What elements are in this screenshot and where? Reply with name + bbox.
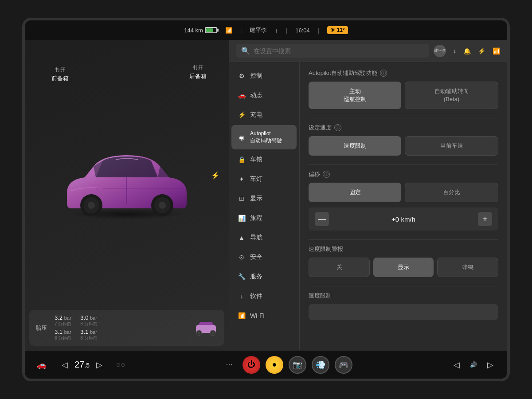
search-input[interactable]: [254, 47, 424, 55]
offset-title: 偏移 ⓘ: [309, 170, 498, 178]
autopilot-feature-buttons: 主动巡航控制 自动辅助转向(Beta): [309, 82, 498, 109]
media-button[interactable]: ●: [266, 356, 283, 374]
profile-name: 建平李: [250, 26, 267, 34]
notification-icon[interactable]: 🔔: [463, 47, 471, 55]
offset-info-icon[interactable]: ⓘ: [323, 171, 330, 178]
speed-control: — +0 km/h +: [309, 207, 498, 231]
offset-section: 偏移 ⓘ 固定 百分比 — +0 km/h +: [309, 170, 498, 231]
offset-percent-button[interactable]: 百分比: [405, 183, 498, 202]
taskbar: 🚗 ◁ 27.5 ▷ ⊙⊙ ··· ⏻ ● 📷 💨 🎮 ◁ 🔊: [25, 350, 507, 379]
trips-icon: 📊: [238, 214, 246, 222]
signal-icon: 📶: [225, 27, 232, 34]
nav-icon: ▲: [238, 234, 246, 242]
settings-content: ⚙ 控制 🚗 动态 ⚡ 充电 ◉ Autopilot自动辅助驾驶: [229, 62, 507, 350]
sidebar-item-display[interactable]: ⊡ 显示: [231, 189, 297, 208]
tire-pressures: 3.2 bar 7 分钟前 3.0 bar 8 分钟前 3.1 bar 8 分钟…: [55, 314, 190, 341]
sidebar-menu: ⚙ 控制 🚗 动态 ⚡ 充电 ◉ Autopilot自动辅助驾驶: [229, 62, 300, 350]
power-button[interactable]: ⏻: [243, 356, 260, 374]
tire-rr: 3.1 bar 8 分钟前: [80, 329, 97, 341]
range-display: 144 km: [184, 27, 217, 34]
svg-point-12: [198, 332, 200, 334]
temp-value: 27.5: [74, 360, 90, 370]
taskbar-left: 🚗 ◁ 27.5 ▷ ⊙⊙: [34, 357, 125, 373]
sidebar-item-wifi[interactable]: 📶 Wi-Fi: [231, 306, 297, 325]
download-icon: ↓: [275, 27, 278, 34]
bluetooth-icon[interactable]: ⚡: [478, 47, 485, 55]
more-apps-button[interactable]: ···: [221, 357, 237, 373]
sidebar-label-trips: 旅程: [250, 214, 262, 222]
sidebar-item-trips[interactable]: 📊 旅程: [231, 209, 297, 227]
nav-right-button[interactable]: ▷: [482, 357, 498, 373]
temp-control: ◁ 27.5 ▷: [57, 357, 107, 373]
autopilot-icon: ◉: [238, 133, 246, 141]
sidebar-label-service: 服务: [250, 273, 262, 281]
tire-pressure-section: 胎压 3.2 bar 7 分钟前 3.0 bar 8 分钟前: [29, 310, 224, 346]
camera-button[interactable]: 📷: [289, 356, 306, 374]
sidebar-item-nav[interactable]: ▲ 导航: [231, 228, 297, 247]
offset-decrease-button[interactable]: —: [315, 212, 329, 226]
car-area: 打开 前备箱 打开 后备箱 ⚡: [25, 40, 229, 310]
game-button[interactable]: 🎮: [335, 356, 352, 374]
cruise-control-button[interactable]: 主动巡航控制: [309, 82, 401, 109]
sidebar-label-wifi: Wi-Fi: [250, 312, 265, 319]
autopilot-feature-section: Autopilot自动辅助驾驶功能 ⓘ 主动巡航控制 自动辅助转向(Beta): [309, 69, 498, 109]
divider-3: [309, 239, 498, 240]
fan-button[interactable]: 💨: [312, 356, 329, 374]
speed-limit-title: 速度限制: [309, 292, 498, 300]
tire-row-front: 3.2 bar 7 分钟前 3.0 bar 8 分钟前: [55, 314, 190, 327]
sidebar-item-lights[interactable]: ✦ 车灯: [231, 170, 297, 188]
autosteer-button[interactable]: 自动辅助转向(Beta): [405, 82, 498, 109]
divider-1: [309, 118, 498, 118]
sidebar-item-service[interactable]: 🔧 服务: [231, 267, 297, 286]
sidebar-label-dynamics: 动态: [250, 91, 262, 99]
main-area: 打开 前备箱 打开 后备箱 ⚡: [25, 40, 507, 350]
tire-car-icon: [194, 320, 218, 336]
sidebar-item-dynamics[interactable]: 🚗 动态: [231, 86, 297, 105]
safety-icon: ⊙: [238, 253, 246, 261]
download-status-icon: ↓: [453, 47, 456, 55]
tire-pressure-label: 胎压: [35, 324, 51, 332]
search-input-area[interactable]: 🔍: [236, 44, 429, 58]
temp-right-arrow[interactable]: ▷: [91, 357, 107, 373]
alert-display-button[interactable]: 显示: [373, 258, 434, 277]
current-speed-button[interactable]: 当前车速: [405, 136, 498, 156]
autopilot-feature-title: Autopilot自动辅助驾驶功能 ⓘ: [309, 69, 498, 77]
sidebar-item-safety[interactable]: ⊙ 安全: [231, 248, 297, 266]
speed-limit-button[interactable]: 速度限制: [309, 136, 401, 156]
tire-row-rear: 3.1 bar 8 分钟前 3.1 bar 8 分钟前: [55, 329, 190, 341]
offset-increase-button[interactable]: +: [478, 212, 492, 226]
control-icon: ⚙: [238, 72, 246, 80]
speed-info-icon[interactable]: ⓘ: [334, 124, 341, 131]
rear-trunk-label: 打开 后备箱: [189, 64, 207, 80]
status-bar: 144 km 📶 | 建平李 ↓ | 16:04 | ☀ 11°: [25, 20, 507, 40]
sidebar-item-autopilot[interactable]: ◉ Autopilot自动辅助驾驶: [231, 125, 297, 149]
sidebar-item-charging[interactable]: ⚡ 充电: [231, 106, 297, 124]
speed-limit-slider[interactable]: [309, 304, 498, 320]
taskbar-center: ··· ⏻ ● 📷 💨 🎮: [221, 356, 352, 374]
speed-setting-section: 设定速度 ⓘ 速度限制 当前车速: [309, 124, 498, 156]
offset-fixed-button[interactable]: 固定: [309, 183, 401, 202]
temp-badge: ☀ 11°: [327, 26, 348, 34]
nav-left-button[interactable]: ◁: [449, 357, 465, 373]
alert-buttons: 关 显示 蜂鸣: [309, 258, 498, 277]
sidebar-item-software[interactable]: ↓ 软件: [231, 287, 297, 305]
autopilot-info-icon[interactable]: ⓘ: [380, 70, 387, 77]
user-avatar[interactable]: 建平李: [434, 45, 446, 57]
software-icon: ↓: [238, 292, 246, 300]
right-panel: 🔍 建平李 ↓ 🔔 ⚡ 📶 ⚙: [229, 40, 507, 350]
alert-off-button[interactable]: 关: [309, 258, 370, 277]
sidebar-item-control[interactable]: ⚙ 控制: [231, 66, 297, 85]
search-icons: 建平李 ↓ 🔔 ⚡ 📶: [434, 45, 500, 57]
taskbar-right: ◁ 🔊 ▷: [449, 357, 498, 373]
alert-beep-button[interactable]: 蜂鸣: [437, 258, 498, 277]
speed-alert-section: 速度限制警报 关 显示 蜂鸣: [309, 245, 498, 277]
sidebar-label-lights: 车灯: [250, 175, 262, 183]
svg-point-5: [88, 202, 95, 209]
temp-display: 27.5: [74, 360, 90, 370]
sidebar-item-lock[interactable]: 🔒 车锁: [231, 150, 297, 169]
temp-left-arrow[interactable]: ◁: [57, 357, 73, 373]
sidebar-label-control: 控制: [250, 72, 262, 80]
speed-alert-title: 速度限制警报: [309, 245, 498, 253]
speed-limit-section: 速度限制: [309, 292, 498, 320]
car-button[interactable]: 🚗: [34, 357, 50, 373]
